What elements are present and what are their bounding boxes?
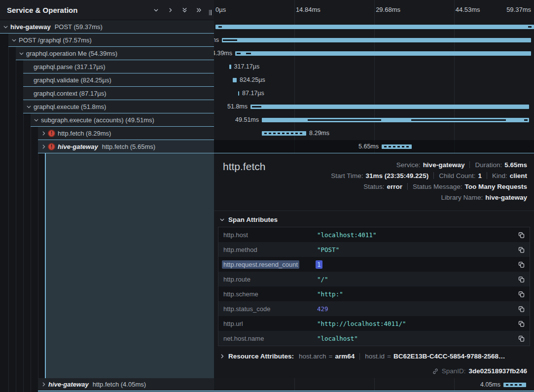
tree-row[interactable]: !http.fetch (8.29ms): [38, 127, 214, 140]
error-icon: !: [48, 130, 55, 137]
resource-attributes-row[interactable]: Resource Attributes: host.arch=arm64 hos…: [219, 353, 527, 360]
chevron-down-icon[interactable]: [18, 50, 25, 57]
service-name: hive-gateway: [48, 381, 89, 388]
ruler-tick: 14.84ms: [296, 6, 320, 13]
span-id-value: 3de02518937fb246: [468, 367, 527, 375]
copy-icon[interactable]: [513, 276, 530, 283]
span-label: POST /graphql (57.57ms): [19, 36, 92, 44]
duration-label: 51.8ms: [227, 103, 248, 110]
child-span-mark: [223, 39, 237, 41]
attribute-value: "localhost:4011": [317, 231, 513, 239]
chevron-down-icon[interactable]: [153, 7, 159, 13]
attribute-value: "/": [317, 276, 513, 283]
attribute-row: http.host "localhost:4011": [218, 227, 530, 242]
duration-label: 57.57ms: [214, 36, 219, 43]
ruler-tick: 44.53ms: [456, 6, 480, 13]
chevron-down-icon: [219, 216, 225, 223]
child-span-marks: [506, 384, 524, 386]
span-bar[interactable]: [215, 25, 534, 29]
service-name: hive-gateway: [10, 23, 51, 31]
timeline-row[interactable]: 824.25µs: [214, 73, 534, 87]
ruler-tick: 59.37ms: [506, 6, 531, 13]
span-tree-panel: hive-gatewayPOST (59.37ms)POST /graphql …: [0, 0, 214, 392]
attribute-key: http.request.resend_count: [218, 261, 317, 268]
span-bar[interactable]: [235, 51, 531, 56]
copy-icon[interactable]: [513, 231, 530, 239]
span-bar[interactable]: [250, 105, 529, 109]
timeline-ruler: 0µs14.84ms29.68ms44.53ms59.37ms: [214, 0, 534, 20]
copy-icon[interactable]: [513, 335, 530, 342]
chevron-right-icon[interactable]: [40, 381, 47, 388]
tree-row[interactable]: POST /graphql (57.57ms): [8, 34, 214, 47]
child-span-marks: [384, 146, 409, 147]
attribute-row: http.route "/": [218, 272, 530, 286]
child-span-mark: [528, 26, 532, 28]
child-span-mark: [411, 119, 506, 121]
tree-row[interactable]: graphql.parse (317.17µs): [23, 60, 214, 73]
duration-label: 317.17µs: [234, 63, 260, 70]
double-chevron-down-icon[interactable]: [181, 7, 188, 13]
divider: [433, 172, 434, 179]
span-bar[interactable]: [222, 38, 531, 42]
span-label: graphql.operation Me (54.39ms): [26, 50, 117, 57]
tree-row[interactable]: graphql.context (87.17µs): [23, 87, 214, 100]
meta-label: Status Message:: [413, 183, 463, 190]
chevron-right-icon[interactable]: [40, 130, 47, 137]
timeline-panel: 0µs14.84ms29.68ms44.53ms59.37ms 57.57ms5…: [214, 0, 534, 392]
span-attributes-table: http.host "localhost:4011" http.method "…: [218, 227, 530, 346]
timeline-row[interactable]: 8.29ms: [214, 127, 534, 140]
tree-row[interactable]: hive-gatewayPOST (59.37ms): [0, 20, 214, 34]
span-label: subgraph.execute (accounts) (49.51ms): [41, 116, 154, 124]
double-chevron-right-icon[interactable]: [196, 7, 202, 13]
attribute-key: http.route: [218, 276, 317, 283]
timeline-row[interactable]: 49.51ms: [214, 113, 534, 127]
copy-icon[interactable]: [513, 290, 530, 298]
chevron-right-icon[interactable]: [40, 143, 47, 150]
tree-row[interactable]: graphql.operation Me (54.39ms): [16, 47, 214, 60]
copy-icon[interactable]: [513, 261, 530, 268]
chevron-right-icon[interactable]: [167, 7, 174, 13]
chevron-down-icon[interactable]: [11, 37, 18, 43]
duration-label: 8.29ms: [309, 130, 329, 137]
trace-viewer: hive-gatewayPOST (59.37ms)POST /graphql …: [0, 0, 534, 392]
span-details-panel: http.fetch Service:hive-gatewayDuration:…: [214, 153, 534, 378]
timeline-row[interactable]: 51.8ms: [214, 100, 534, 113]
span-bar[interactable]: [229, 65, 231, 69]
timeline-row[interactable]: 87.17µs: [214, 87, 534, 100]
child-span-mark: [524, 119, 528, 121]
tree-row[interactable]: subgraph.execute (accounts) (49.51ms): [31, 113, 214, 127]
timeline-row[interactable]: 54.39ms: [214, 47, 534, 60]
copy-icon[interactable]: [513, 246, 530, 253]
timeline-row[interactable]: [214, 20, 534, 34]
meta-label: Kind:: [492, 172, 507, 179]
child-span-mark: [252, 106, 261, 107]
span-attributes-header[interactable]: Span Attributes: [219, 216, 278, 223]
child-span-mark: [218, 26, 222, 28]
timeline-row[interactable]: 317.17µs: [214, 60, 534, 73]
ruler-tick: 29.68ms: [376, 6, 400, 13]
tree-row[interactable]: graphql.validate (824.25µs): [23, 73, 214, 87]
timeline-row[interactable]: 57.57ms: [214, 34, 534, 47]
child-span-marks: [264, 133, 304, 134]
tree-row[interactable]: graphql.execute (51.8ms): [23, 100, 214, 113]
attribute-value: "localhost": [317, 335, 513, 342]
copy-icon[interactable]: [513, 320, 530, 327]
duration-label: 4.05ms: [480, 381, 500, 388]
span-bar[interactable]: [233, 78, 237, 82]
tree-row[interactable]: hive-gatewayhttp.fetch (4.05ms): [38, 378, 214, 392]
chevron-right-icon: [219, 353, 225, 359]
chevron-down-icon[interactable]: [26, 104, 33, 110]
chevron-down-icon[interactable]: [33, 117, 40, 123]
resource-attributes-title: Resource Attributes:: [228, 353, 294, 360]
tree-row[interactable]: !hive-gatewayhttp.fetch (5.65ms): [38, 140, 214, 153]
span-bar[interactable]: [238, 91, 239, 96]
timeline-row[interactable]: 5.65ms: [214, 140, 534, 153]
meta-value: error: [387, 183, 402, 190]
gridline: [374, 378, 375, 391]
attribute-key: net.host.name: [218, 335, 317, 342]
attribute-key: http.status_code: [218, 305, 317, 313]
copy-icon[interactable]: [513, 305, 530, 313]
panel-resize-handle[interactable]: [207, 8, 213, 16]
chevron-down-icon[interactable]: [2, 24, 9, 30]
span-label: http.fetch (4.05ms): [93, 381, 146, 388]
